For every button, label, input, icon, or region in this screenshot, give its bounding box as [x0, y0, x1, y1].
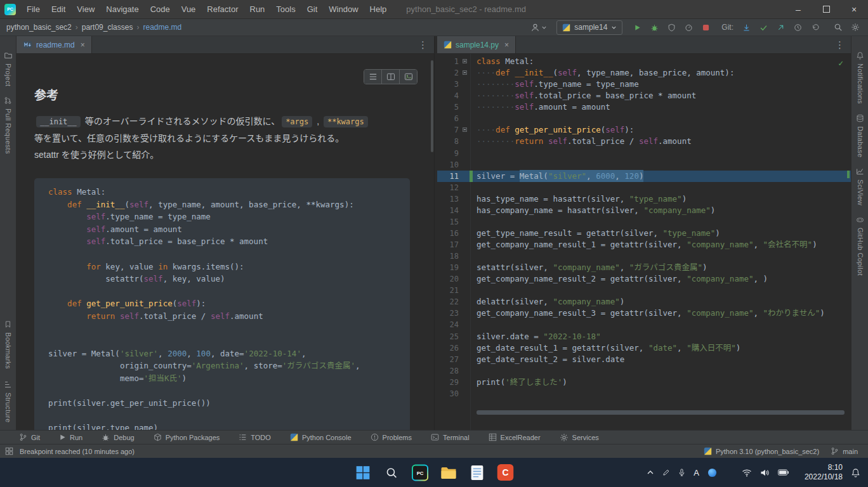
menu-refactor[interactable]: Refactor: [201, 0, 244, 18]
code-line-26[interactable]: 26get_date_result_1 = getattr(silver, "d…: [437, 342, 851, 354]
code-line-22[interactable]: 22delattr(silver, "company_name"): [437, 296, 851, 308]
inspections-ok-icon[interactable]: ✓: [838, 58, 843, 68]
tool-window-button-debug[interactable]: Debug: [102, 433, 134, 441]
code-line-3[interactable]: 3········self.type_name = type_name: [437, 79, 851, 90]
code-line-10[interactable]: 10: [437, 159, 851, 171]
run-button[interactable]: [629, 20, 645, 34]
tool-stripe-sciview[interactable]: SciView: [856, 167, 864, 205]
code-line-10[interactable]: def get_per_unit_price(self):: [44, 297, 400, 310]
code-line-16[interactable]: 16get_type_name_result = getattr(silver,…: [437, 228, 851, 239]
taskbar-search-button[interactable]: [383, 464, 400, 481]
pycharm-app-button[interactable]: PC: [411, 464, 429, 481]
code-line-11[interactable]: return self.total_price / self.amount: [44, 310, 400, 323]
history-button[interactable]: [790, 20, 805, 34]
code-line-29[interactable]: 29print('終了しました'): [437, 377, 851, 388]
c-app-button[interactable]: C: [497, 464, 515, 481]
search-everywhere-button[interactable]: [831, 20, 846, 34]
breadcrumb-item-part09-classes[interactable]: part09_classes: [82, 23, 133, 32]
code-line-2[interactable]: 2····def __init__(self, type_name, base_…: [437, 67, 851, 79]
code-line-3[interactable]: self.type_name = type_name: [44, 211, 400, 223]
menu-run[interactable]: Run: [244, 0, 271, 18]
tool-window-button-python-packages[interactable]: Python Packages: [154, 433, 220, 441]
split-view-button[interactable]: [381, 70, 399, 84]
minimize-button[interactable]: –: [784, 0, 812, 19]
code-line-8[interactable]: 8········return self.total_price / self.…: [437, 136, 851, 147]
horizontal-scrollbar[interactable]: [477, 410, 845, 415]
code-line-4[interactable]: self.amount = amount: [44, 223, 400, 236]
code-line-1[interactable]: 1class Metal:: [437, 56, 851, 67]
breadcrumb-item-readme-md[interactable]: readme.md: [143, 23, 181, 32]
tool-window-button-python-console[interactable]: Python Console: [290, 433, 352, 441]
code-line-27[interactable]: 27get_date_result_2 = silver.date: [437, 354, 851, 365]
code-line-20[interactable]: print(silver.type_name): [44, 422, 400, 430]
code-line-15[interactable]: origin_country='Argentina', store='ガラパゴス…: [44, 360, 400, 372]
code-line-14[interactable]: silver = Metal('silver', 2000, 100, date…: [44, 347, 400, 360]
code-line-12[interactable]: [44, 323, 400, 335]
code-line-4[interactable]: 4········self.total_price = base_price *…: [437, 90, 851, 101]
code-line-9[interactable]: 9: [437, 148, 851, 159]
notifications-bell-icon[interactable]: [851, 468, 860, 477]
tool-stripe-github-copilot[interactable]: GitHub Copilot: [856, 216, 864, 276]
hidden-icons-chevron[interactable]: [647, 470, 654, 475]
close-button[interactable]: ×: [840, 0, 868, 19]
wifi-button[interactable]: [742, 469, 752, 477]
tool-window-button-excelreader[interactable]: ExcelReader: [489, 433, 541, 441]
tool-stripe-database[interactable]: Database: [856, 114, 864, 158]
tool-window-button-terminal[interactable]: Terminal: [431, 433, 470, 441]
code-line-17[interactable]: [44, 385, 400, 398]
close-tab-icon[interactable]: ×: [504, 41, 509, 49]
editor-only-button[interactable]: [364, 70, 381, 84]
debug-button[interactable]: [647, 20, 662, 34]
code-line-9[interactable]: [44, 285, 400, 298]
preview-only-button[interactable]: [399, 70, 417, 84]
code-line-15[interactable]: 15: [437, 216, 851, 228]
tool-stripe-notifications[interactable]: Notifications: [856, 51, 864, 104]
tool-window-button-problems[interactable]: Problems: [371, 433, 412, 441]
settings-button[interactable]: [848, 20, 863, 34]
breadcrumb-item-python-basic-sec2[interactable]: python_basic_sec2: [6, 23, 72, 32]
run-config-selector[interactable]: sample14: [556, 20, 622, 35]
tool-window-button-git[interactable]: Git: [19, 433, 40, 441]
code-line-28[interactable]: 28: [437, 365, 851, 377]
menu-file[interactable]: File: [21, 0, 46, 18]
code-line-18[interactable]: 18: [437, 250, 851, 262]
code-line-6[interactable]: [44, 248, 400, 261]
menu-window[interactable]: Window: [323, 0, 364, 18]
commit-button[interactable]: [756, 20, 771, 34]
file-explorer-button[interactable]: [440, 464, 457, 481]
coverage-button[interactable]: [664, 20, 679, 34]
menu-view[interactable]: View: [71, 0, 100, 18]
code-line-1[interactable]: class Metal:: [44, 186, 400, 198]
code-line-2[interactable]: def __init__(self, type_name, amount, ba…: [44, 198, 400, 211]
close-tab-icon[interactable]: ×: [81, 41, 85, 49]
menu-code[interactable]: Code: [145, 0, 176, 18]
menu-navigate[interactable]: Navigate: [100, 0, 144, 18]
code-line-20[interactable]: 20get_company_name_result_2 = getattr(si…: [437, 273, 851, 285]
tool-stripe-project[interactable]: Project: [4, 51, 13, 86]
update-project-button[interactable]: [739, 20, 754, 34]
taskbar-clock[interactable]: 8:10 2022/10/18: [805, 463, 843, 482]
profiler-button[interactable]: [681, 20, 696, 34]
rollback-button[interactable]: [807, 20, 822, 34]
menu-tools[interactable]: Tools: [270, 0, 301, 18]
menu-help[interactable]: Help: [364, 0, 393, 18]
microphone-button[interactable]: [678, 468, 685, 477]
tool-window-button-services[interactable]: Services: [560, 433, 599, 442]
code-line-21[interactable]: 21: [437, 285, 851, 296]
tool-stripe-pull-requests[interactable]: Pull Requests: [4, 96, 13, 154]
tray-app-button[interactable]: [707, 468, 717, 477]
code-line-17[interactable]: 17get_company_name_result_1 = getattr(si…: [437, 239, 851, 250]
user-menu-button[interactable]: [530, 23, 547, 32]
code-line-16[interactable]: memo='担当K氏'): [44, 372, 400, 385]
menu-edit[interactable]: Edit: [46, 0, 71, 18]
tool-window-button-todo[interactable]: TODO: [239, 433, 271, 441]
code-line-13[interactable]: [44, 335, 400, 347]
tool-window-button-run[interactable]: Run: [59, 434, 82, 441]
tool-windows-icon[interactable]: [5, 447, 13, 455]
code-line-13[interactable]: 13has_type_name = hasattr(silver, "type_…: [437, 193, 851, 205]
tab-readme-md[interactable]: readme.md ×: [16, 36, 92, 53]
tool-stripe-bookmarks[interactable]: Bookmarks: [4, 320, 12, 369]
battery-button[interactable]: [778, 469, 789, 476]
git-branch-widget[interactable]: main: [831, 447, 858, 455]
menu-git[interactable]: Git: [301, 0, 324, 18]
